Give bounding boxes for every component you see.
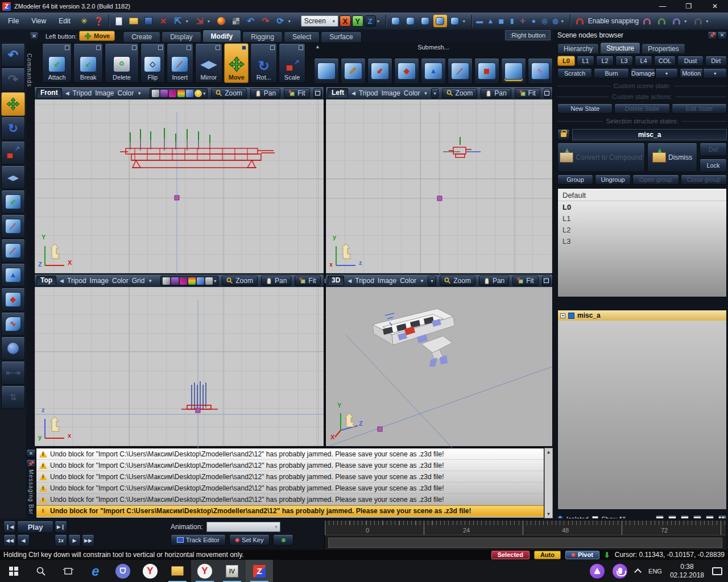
close-group-button[interactable]: Close group [681,174,727,185]
message-row-selected[interactable]: Undo block for "Import C:\Users\Максим\D… [36,505,544,517]
lod-l2-button[interactable]: L2 [596,56,614,66]
viewport-name-button[interactable]: Left [328,88,348,98]
image-menu[interactable]: Image [378,277,396,285]
primitive-cube-icon[interactable]: ◼ [497,17,506,25]
menu-file[interactable]: File [2,15,24,27]
lod-l0-button[interactable]: L0 [557,56,575,66]
tab-structure[interactable]: Structure [600,42,640,53]
fit-button[interactable]: Fit [295,276,320,286]
lod-l4-button[interactable]: L4 [635,56,652,66]
mesh-mode-icon-2[interactable] [404,15,417,27]
cut-tool-button[interactable]: ／ [1,239,25,263]
pin-messaging-icon[interactable]: 📌 [26,459,36,468]
image-menu[interactable]: Image [382,89,400,97]
pan-button[interactable]: Pan [481,88,511,98]
insert-button[interactable]: ／Insert [167,43,193,83]
close-messaging-icon[interactable]: ✕ [26,449,36,458]
uv-icon[interactable] [160,90,168,97]
tab-rigging[interactable]: Rigging [242,31,283,42]
primitive-overflow-icon[interactable]: ▾ [561,19,567,24]
color-menu[interactable]: Color [118,89,134,97]
edit-state-button[interactable]: Edit State [672,103,727,114]
primitive-torus-icon[interactable]: ◎ [540,17,549,25]
pivot-badge[interactable]: Pivot [565,551,599,559]
view-options-dropdown[interactable]: ▾ [431,88,438,98]
menu-view[interactable]: View [26,15,52,27]
axis-y-button[interactable]: Y [352,15,363,27]
chevron-down-icon[interactable]: ▾ [203,91,205,96]
primitive-sphere-icon[interactable]: ● [529,17,539,25]
break-button[interactable]: ↙Break [73,43,103,83]
tab-display[interactable]: Display [162,31,201,42]
lock-icon[interactable] [557,129,570,140]
lod-l3-button[interactable]: L3 [615,56,633,66]
lod-col-button[interactable]: COL [654,56,676,66]
chevron-down-icon[interactable]: ▼ [424,91,428,96]
color-menu[interactable]: Color [400,277,416,285]
dismiss-button[interactable]: Dismiss [647,143,697,172]
expand-icon[interactable]: + [560,313,565,318]
tripod-menu[interactable]: Tripod [73,89,92,97]
undo-icon[interactable]: ↶ [244,15,258,27]
primitive-tube-icon[interactable]: ◍ [551,17,560,25]
snap-vertex-icon[interactable] [640,15,653,27]
delete-button[interactable]: ♻Delete [105,43,138,83]
color-menu[interactable]: Color [112,277,129,285]
delete-state-button[interactable]: Delete State [614,103,669,114]
save-file-icon[interactable] [142,15,155,27]
pan-button[interactable]: Pan [261,276,291,286]
maximize-viewport-icon[interactable] [544,88,551,98]
fit-button[interactable]: Fit [515,88,540,98]
alice-assistant-icon[interactable] [590,564,605,579]
import-icon[interactable]: ⇲ [193,15,206,27]
fit-button[interactable]: Fit [512,276,538,286]
submesh-tool-3[interactable]: ⬋ [367,58,392,84]
mesh-mode-icon-4[interactable] [433,15,447,27]
message-row[interactable]: Undo block for "Import C:\Users\Максим\D… [36,483,544,494]
close-button[interactable]: ✕ [702,0,728,13]
state-list-item[interactable]: L2 [558,224,726,235]
start-button[interactable] [0,560,27,582]
viewport-3d[interactable]: 3D ◀ Tripod Image Color ▼ ▾ Zoom Pan Fit [325,274,553,447]
tripod-menu[interactable]: Tripod [67,277,86,285]
set-key-button[interactable]: Set Key [229,534,270,546]
tab-properties[interactable]: Properties [642,43,685,53]
selected-badge[interactable]: Selected [491,551,530,559]
viewport-front-canvas[interactable]: Y X Z [35,99,324,273]
viewport-left[interactable]: Left ◀ Tripod Image Color ▼ ▾ Zoom Pan F… [325,86,553,274]
zoom-button[interactable]: Zoom [440,276,475,286]
wire-icon[interactable] [152,90,159,97]
grid-menu[interactable]: Grid [132,277,145,285]
maximize-viewport-icon[interactable] [313,88,322,98]
tree-body[interactable] [558,321,726,509]
viewport-3d-canvas[interactable]: Y Z X [326,287,552,446]
viewport-name-button[interactable]: 3D [328,276,344,286]
texture-browser-icon[interactable] [229,15,243,27]
submesh-tool-2[interactable]: 🖉 [341,58,366,84]
material-editor-icon[interactable] [214,15,228,27]
zoom-button[interactable]: Zoom [442,88,478,98]
timeline[interactable]: 0 24 48 72 96 12 [324,521,726,550]
timeline-ruler[interactable]: 0 24 48 72 96 12 [325,521,726,535]
message-row[interactable]: Undo block for "Import C:\Users\Максим\D… [36,460,544,471]
go-to-end-button[interactable]: ▶❙ [55,521,67,533]
help-icon[interactable]: ❓ [92,15,106,27]
snap-target-icon[interactable] [691,15,705,27]
state-list-item[interactable]: L1 [558,213,726,224]
timeline-track[interactable] [328,538,722,548]
ungroup-button[interactable]: Ungroup [595,174,631,185]
go-to-start-button[interactable]: ❙◀ [3,521,16,533]
export-icon[interactable]: ⇱ [171,15,185,27]
key-options-button[interactable] [273,534,293,546]
track-editor-button[interactable]: Track Editor [171,534,226,546]
tree-node-misc-a[interactable]: + misc_a [558,310,726,321]
chevron-down-icon[interactable]: ▼ [137,91,142,96]
submesh-tool-5[interactable]: ▲ [421,58,446,84]
image-menu[interactable]: Image [95,89,114,97]
viewport-top-canvas[interactable]: z x y [35,287,324,446]
search-button[interactable] [27,560,55,582]
tripod-menu[interactable]: Tripod [359,89,378,97]
zoom-button[interactable]: Zoom [222,276,258,286]
bend-tool-button[interactable]: ∿ [1,312,25,336]
mesh-mode-icon-3[interactable] [419,15,432,27]
